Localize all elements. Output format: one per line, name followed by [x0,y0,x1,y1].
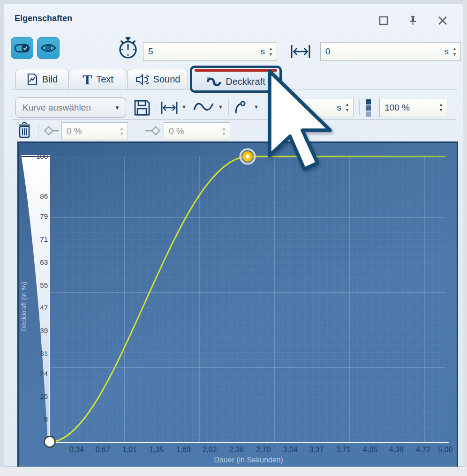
window-bottom-strip [0,467,467,476]
duration-input[interactable]: 5 s ▲▼ [143,42,277,61]
chart-grid [50,156,445,442]
x-tick-label: 1,69 [172,446,195,454]
y-tick-label: 8 [27,415,48,423]
start-time-stepper[interactable]: ▲▼ [452,47,457,57]
curve-shape-dropdown-arrow[interactable]: ▼ [254,104,259,110]
properties-panel: Eigenschaften [4,4,463,467]
bezier-curve-icon [233,99,249,116]
duration-stepper[interactable]: ▲▼ [269,47,273,57]
separator [228,99,229,116]
opacity-steps-icon [364,98,373,118]
float-icon [379,16,388,25]
delete-keyframe-button[interactable] [16,121,32,139]
keyframe-out-value: 0 % [169,126,184,136]
start-time-value: 0 [325,46,331,57]
pin-button[interactable] [406,14,420,28]
separator [359,99,360,116]
curve-time-unit: s [337,103,346,113]
close-icon [437,15,448,26]
y-tick-label: 100 [27,152,48,160]
x-tick-label: 1,01 [118,446,141,454]
tab-text-label: Text [96,74,113,85]
opacity-value: 100 % [384,103,410,113]
x-tick-label: 5,00 [434,446,457,454]
tab-bild[interactable]: Bild [15,69,69,89]
keyframe-in-value: 0 % [67,126,82,136]
start-time-unit: s [444,46,453,57]
wave-dropdown-arrow[interactable]: ▼ [218,104,223,110]
x-tick-label: 0,67 [91,446,114,454]
curve-shape-button[interactable] [233,99,249,116]
keyframe-start-point[interactable] [45,437,55,447]
visibility-toggle-button[interactable] [37,37,60,59]
save-icon [133,98,151,117]
width-arrows-icon [289,43,312,60]
pin-icon [407,15,418,26]
stretch-dropdown-arrow[interactable]: ▼ [181,104,187,110]
y-axis-title: Deckkraft (in %) [20,251,31,363]
trash-icon [16,121,32,139]
toggle-check-icon [14,42,30,54]
stopwatch-icon [117,36,139,60]
keyframe-points[interactable] [45,149,255,447]
y-tick-label: 79 [27,212,48,220]
x-tick-label: 1,35 [145,446,168,454]
tab-deckkraft-label: Deckkraft [226,76,265,87]
panel-title: Eigenschaften [15,14,72,23]
x-tick-label: 2,02 [198,446,221,454]
tab-text[interactable]: T Text [70,69,126,89]
x-tick-label: 3,37 [305,446,328,454]
keyframe-selected-dot[interactable] [246,155,250,159]
curve-preset-dropdown[interactable]: Kurve auswählen ▼ [15,97,126,118]
stretch-mode-button[interactable] [160,100,179,116]
wave-icon [192,99,215,116]
speaker-icon [135,73,149,86]
curve-time-stepper[interactable]: ▲▼ [345,103,349,112]
keyframe-in-stepper[interactable]: ▲▼ [120,126,124,136]
keyframe-out-icon [144,126,161,135]
keyframe-in-input[interactable]: 0 % ▲▼ [61,122,128,140]
x-tick-label: 4,72 [412,446,435,454]
keyframe-out-input[interactable]: 0 % ▲▼ [164,122,230,140]
separator [38,123,38,139]
start-time-input[interactable]: 0 s ▲▼ [320,42,461,61]
opacity-wave-icon [206,75,221,88]
eye-icon [40,42,57,54]
y-tick-label: 86 [27,192,48,200]
x-tick-label: 3,04 [279,446,301,454]
curve-time-input[interactable]: s ▲▼ [286,98,354,117]
chevron-down-icon: ▼ [114,104,120,111]
close-button[interactable] [436,14,450,28]
active-tab-indicator [195,69,277,72]
separator [156,99,156,116]
keyframe-out-stepper[interactable]: ▲▼ [222,126,226,136]
opacity-stepper[interactable]: ▲▼ [439,103,443,112]
tab-deckkraft-highlight: Deckkraft [190,66,282,93]
duration-value: 5 [148,46,153,57]
x-tick-label: 4,05 [359,446,382,454]
x-tick-label: 3,71 [332,446,354,454]
wave-mode-button[interactable] [192,99,215,116]
clock-icon [267,99,284,116]
float-button[interactable] [377,14,391,28]
window-edge-strip [463,0,467,476]
save-curve-button[interactable] [133,98,151,117]
tab-deckkraft[interactable]: Deckkraft [192,73,279,90]
x-tick-label: 2,36 [225,446,248,454]
tab-sound-label: Sound [153,74,181,85]
duration-unit: s [261,46,269,57]
x-axis-title: Dauer (in Sekunden) [131,456,366,464]
curve-preset-label: Kurve auswählen [23,103,91,113]
width-arrows-icon [160,100,179,116]
opacity-curve [50,156,445,442]
x-tick-label: 2,70 [252,446,275,454]
x-tick-label: 0,34 [65,446,88,454]
y-tick-label: 71 [27,235,48,243]
tab-sound[interactable]: Sound [127,69,188,89]
x-tick-label: 4,38 [385,446,407,454]
opacity-input[interactable]: 100 % ▲▼ [379,98,447,117]
text-icon: T [83,74,92,86]
opacity-curve-chart[interactable]: 100867971635547393124168 0,340,671,011,3… [17,141,458,469]
keyframe-animation-toggle-button[interactable] [11,37,33,59]
toolbar-divider [12,119,456,120]
